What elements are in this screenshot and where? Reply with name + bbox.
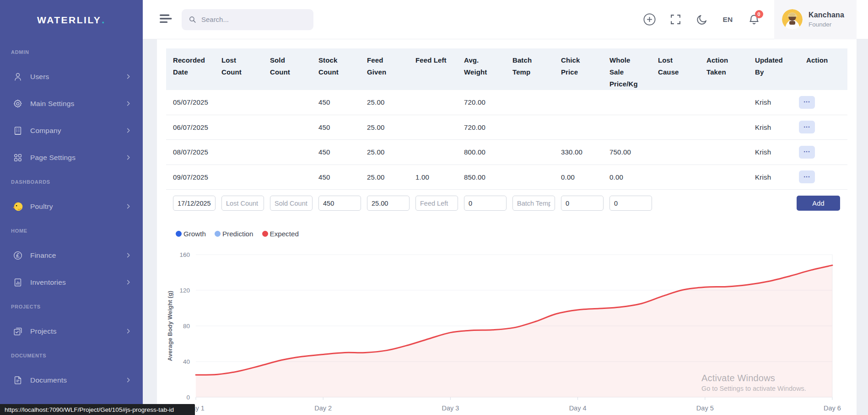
column-header: Recorded Date [166, 54, 215, 90]
table-cell: 09/07/2025 [166, 173, 215, 181]
document-icon [13, 375, 23, 385]
table-cell: 800.00 [457, 148, 506, 156]
content-area: Recorded DateLost CountSold CountStock C… [143, 39, 868, 415]
add-button[interactable]: Add [797, 196, 840, 211]
app-logo[interactable]: WATERLILY. [0, 0, 143, 40]
row-actions-button[interactable]: ... [799, 96, 815, 109]
table-cell: 330.00 [554, 148, 603, 156]
x-tick-label: Day 6 [824, 404, 841, 412]
legend-label: Prediction [222, 230, 253, 238]
sidebar-item-label: Documents [30, 376, 126, 384]
legend-marker-expected [262, 231, 268, 237]
sidebar-item-label: Finance [30, 251, 126, 260]
row-actions-button[interactable]: ... [799, 170, 815, 183]
sidebar-item-finance[interactable]: Finance [0, 242, 143, 269]
stock-count-input[interactable] [318, 196, 361, 211]
user-menu[interactable]: Kanchana Founder [774, 0, 857, 39]
x-tick-label: Day 4 [569, 404, 587, 412]
currency-icon [13, 250, 23, 261]
building-icon [13, 126, 23, 136]
sidebar-item-poultry[interactable]: Poultry [0, 193, 143, 220]
table-cell: 25.00 [360, 173, 409, 181]
table-cell: 25.00 [360, 98, 409, 106]
sidebar-item-company[interactable]: Company [0, 117, 143, 144]
chevron-right-icon [126, 100, 131, 108]
growth-chart: 04080120160Day 1Day 2Day 3Day 4Day 5Day … [166, 247, 847, 415]
plus-circle-icon [643, 13, 656, 26]
lost-count-input[interactable] [221, 196, 264, 211]
sidebar-item-main-settings[interactable]: Main Settings [0, 90, 143, 117]
column-header: Lost Cause [651, 54, 700, 90]
sidebar: WATERLILY. ADMINUsersMain SettingsCompan… [0, 0, 143, 415]
topbar-actions: EN 0 [636, 6, 767, 33]
avatar-image [782, 9, 803, 30]
table-cell-action: ... [797, 96, 847, 109]
chick-price-input[interactable] [561, 196, 604, 211]
column-header: Whole Sale Price/Kg [603, 54, 651, 90]
sold-count-input[interactable] [270, 196, 313, 211]
column-header: Action Taken [700, 54, 748, 90]
sidebar-item-label: Inventories [30, 278, 126, 287]
column-header: Updated By [748, 54, 797, 90]
feed-left-input[interactable] [415, 196, 458, 211]
table-cell: 25.00 [360, 148, 409, 156]
language-button[interactable]: EN [718, 6, 738, 33]
whole-sale-price-input[interactable] [609, 196, 652, 211]
batch-temp-input[interactable] [512, 196, 555, 211]
avg-weight-input[interactable] [464, 196, 507, 211]
search-input[interactable] [201, 16, 307, 23]
chevron-right-icon [126, 376, 131, 384]
table-cell-action: ... [797, 121, 847, 133]
y-tick-label: 40 [183, 358, 190, 365]
chick-icon [12, 200, 23, 213]
user-icon [13, 72, 23, 82]
search-icon [189, 15, 196, 24]
notifications-button[interactable]: 0 [744, 6, 764, 33]
feed-given-input[interactable] [367, 196, 410, 211]
table-cell: 720.00 [457, 123, 506, 131]
user-role: Founder [809, 21, 844, 28]
recorded-date-input[interactable] [173, 196, 216, 211]
sidebar-item-inventories[interactable]: Inventories [0, 269, 143, 296]
legend-item-prediction[interactable]: Prediction [215, 230, 253, 238]
status-url-text: https://localhost:7090/WLF/Project/Get/1… [5, 406, 174, 413]
table-cell: 850.00 [457, 173, 506, 181]
table-row: 05/07/202545025.00720.00Krish... [166, 90, 847, 115]
column-header: Feed Left [409, 54, 457, 90]
area-chart-svg: 04080120160Day 1Day 2Day 3Day 4Day 5Day … [166, 247, 847, 415]
sidebar-item-page-settings[interactable]: Page Settings [0, 144, 143, 171]
x-tick-label: Day 3 [442, 404, 459, 412]
status-url-tooltip: https://localhost:7090/WLF/Project/Get/1… [0, 404, 195, 415]
logo-text: WATERLILY [37, 15, 101, 26]
row-actions-button[interactable]: ... [799, 146, 815, 159]
menu-toggle-button[interactable] [160, 14, 172, 25]
sidebar-section-label: ADMIN [0, 41, 143, 63]
y-tick-label: 160 [179, 251, 190, 258]
y-tick-label: 120 [179, 287, 190, 294]
fullscreen-icon [670, 14, 681, 25]
legend-item-expected[interactable]: Expected [262, 230, 299, 238]
legend-marker-prediction [215, 231, 221, 237]
chevron-right-icon [126, 278, 131, 287]
dark-mode-button[interactable] [692, 6, 712, 33]
column-header: Batch Temp [506, 54, 554, 90]
sidebar-item-projects[interactable]: Projects [0, 318, 143, 345]
fullscreen-button[interactable] [666, 6, 686, 33]
table-header-row: Recorded DateLost CountSold CountStock C… [166, 48, 847, 90]
sidebar-item-label: Main Settings [30, 100, 126, 108]
chart-legend: GrowthPredictionExpected [176, 230, 847, 238]
add-record-row: Add [166, 190, 847, 218]
table-cell: 450 [312, 148, 360, 156]
legend-item-growth[interactable]: Growth [176, 230, 206, 238]
row-actions-button[interactable]: ... [799, 121, 815, 133]
table-cell-action: ... [797, 170, 847, 183]
sidebar-item-documents[interactable]: Documents [0, 367, 143, 394]
user-name: Kanchana [809, 11, 844, 19]
table-cell: Krish [748, 98, 797, 106]
add-shortcut-button[interactable] [640, 6, 660, 33]
table-cell: 05/07/2025 [166, 98, 215, 106]
bar-chart-doc-icon [13, 277, 23, 287]
column-header: Chick Price [554, 54, 603, 90]
sidebar-item-users[interactable]: Users [0, 63, 143, 90]
table-cell: 720.00 [457, 98, 506, 106]
